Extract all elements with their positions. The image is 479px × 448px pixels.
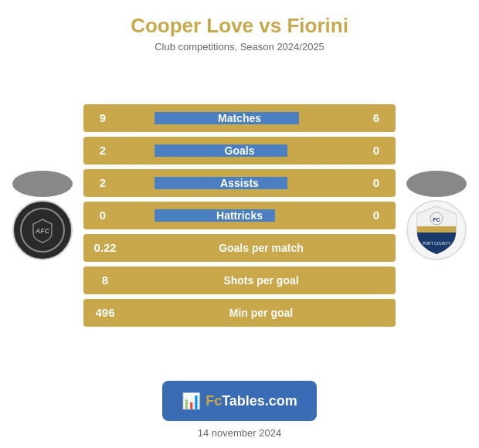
goals-label-area: Goals <box>119 144 360 157</box>
matches-label: Matches <box>218 112 261 124</box>
assists-label-area: Assists <box>119 177 360 189</box>
assists-label: Assists <box>220 177 259 189</box>
goals-left-value: 2 <box>83 144 119 157</box>
left-team-emblem: AFC <box>12 200 73 260</box>
goals-bar <box>155 144 287 157</box>
goals-label: Goals <box>225 144 255 157</box>
hattricks-label-area: Hattricks <box>119 209 360 222</box>
left-team-inner-ring: AFC <box>20 208 65 253</box>
fc-text: Fc <box>206 393 222 409</box>
hattricks-right-value: 0 <box>360 209 396 222</box>
matches-row: 9 Matches 6 <box>83 104 396 132</box>
page-title: Cooper Love vs Fiorini <box>15 14 464 38</box>
assists-left-value: 2 <box>83 176 119 189</box>
left-team-svg-emblem: AFC <box>29 216 56 244</box>
shots-per-goal-value: 8 <box>83 273 127 287</box>
left-oval-decoration <box>12 171 73 197</box>
right-team-emblem: FC PORT COUNTY <box>406 200 467 260</box>
subtitle: Club competitions, Season 2024/2025 <box>15 41 464 53</box>
min-per-goal-row: 496 Min per goal <box>83 299 396 327</box>
assists-row: 2 Assists 0 <box>83 169 396 197</box>
right-oval-decoration <box>406 171 467 197</box>
fctables-logo-text: FcTables.com <box>206 393 297 409</box>
footer-date: 14 november 2024 <box>198 427 281 439</box>
tables-text: Tables.com <box>222 393 297 409</box>
left-team-logo: AFC <box>8 171 77 260</box>
matches-left-value: 9 <box>83 111 119 124</box>
right-team-logo: FC PORT COUNTY <box>402 171 471 260</box>
svg-text:PORT COUNTY: PORT COUNTY <box>423 241 451 246</box>
goals-right-value: 0 <box>360 144 396 157</box>
fctables-logo-icon: 📊 <box>182 392 201 410</box>
goals-per-match-label: Goals per match <box>127 242 396 254</box>
main-content: AFC 9 Matches 6 2 Goals <box>0 57 479 373</box>
shots-per-goal-label: Shots per goal <box>127 274 396 287</box>
hattricks-label: Hattricks <box>216 209 263 222</box>
assists-right-value: 0 <box>360 176 396 189</box>
svg-text:AFC: AFC <box>35 227 50 235</box>
hattricks-left-value: 0 <box>83 209 119 222</box>
matches-label-area: Matches <box>119 112 360 124</box>
page-container: Cooper Love vs Fiorini Club competitions… <box>0 0 479 448</box>
shots-per-goal-row: 8 Shots per goal <box>83 266 396 294</box>
hattricks-row: 0 Hattricks 0 <box>83 202 396 229</box>
goals-per-match-row: 0.22 Goals per match <box>83 234 396 262</box>
matches-right-value: 6 <box>360 111 396 124</box>
goals-per-match-value: 0.22 <box>83 241 127 254</box>
min-per-goal-label: Min per goal <box>127 307 396 319</box>
stats-section: 9 Matches 6 2 Goals 0 2 <box>83 104 396 327</box>
svg-text:FC: FC <box>433 217 440 222</box>
fctables-logo[interactable]: 📊 FcTables.com <box>162 381 317 421</box>
min-per-goal-value: 496 <box>83 306 127 319</box>
header: Cooper Love vs Fiorini Club competitions… <box>0 0 479 57</box>
goals-row: 2 Goals 0 <box>83 137 396 165</box>
right-team-svg-emblem: FC PORT COUNTY <box>413 203 460 257</box>
